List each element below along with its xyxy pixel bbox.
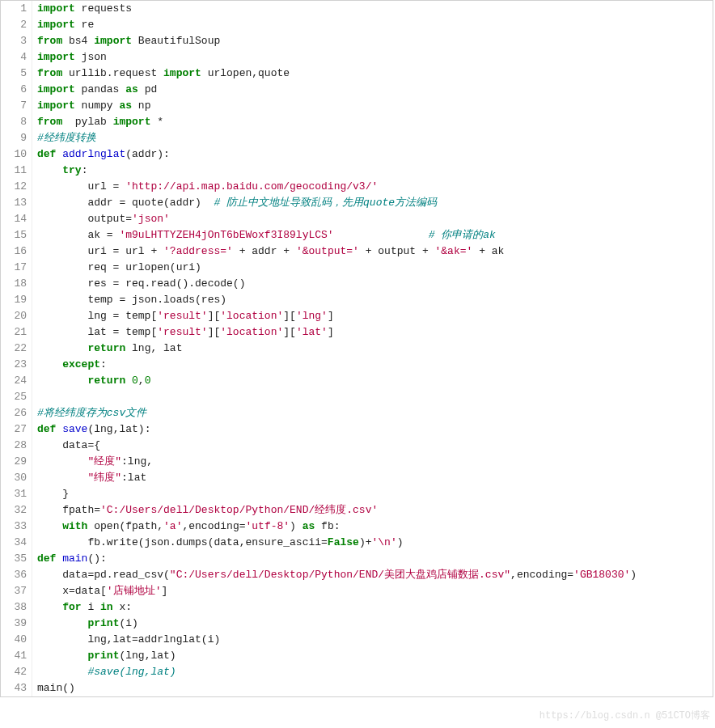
line-number: 22: [1, 341, 32, 357]
code-content: import json: [32, 49, 713, 66]
code-editor[interactable]: 1import requests 2import re 3from bs4 im…: [0, 0, 713, 697]
line-number: 7: [1, 98, 32, 114]
line-number: 5: [1, 66, 32, 82]
line-number: 43: [1, 680, 32, 696]
code-content: from bs4 import BeautifulSoup: [32, 33, 713, 49]
code-content: lat = temp['result']['location']['lat']: [32, 324, 713, 341]
console-output: 昌平区天通苑西二区南门底商 116.41551896932032 40.0775…: [0, 697, 715, 728]
code-line: 28 data={: [1, 438, 713, 454]
code-line: 40 lng,lat=addrlnglat(i): [1, 632, 713, 648]
code-line: 11 try:: [1, 163, 713, 179]
code-content: main(): [32, 680, 713, 696]
line-number: 1: [1, 1, 32, 17]
code-line: 43main(): [1, 680, 713, 696]
code-line: 2import re: [1, 17, 713, 33]
line-number: 24: [1, 373, 32, 389]
code-line: 8from pylab import *: [1, 114, 713, 130]
line-number: 42: [1, 664, 32, 680]
code-content: x=data['店铺地址']: [32, 583, 713, 599]
line-number: 19: [1, 292, 32, 308]
line-number: 31: [1, 486, 32, 502]
code-line: 39 print(i): [1, 616, 713, 632]
code-content: print(i): [32, 616, 713, 632]
code-content: import pandas as pd: [32, 82, 713, 98]
code-content: fpath='C:/Users/dell/Desktop/Python/END/…: [32, 502, 713, 518]
code-content: uri = url + '?address=' + addr + '&outpu…: [32, 243, 713, 260]
code-line: 38 for i in x:: [1, 599, 713, 616]
line-number: 21: [1, 324, 32, 341]
line-number: 15: [1, 227, 32, 243]
code-content: #save(lng,lat): [32, 664, 713, 680]
code-content: addr = quote(addr) # 防止中文地址导致乱码，先用quote方…: [32, 195, 713, 211]
code-line: 13 addr = quote(addr) # 防止中文地址导致乱码，先用quo…: [1, 195, 713, 211]
code-content: lng,lat=addrlnglat(i): [32, 632, 713, 648]
code-line: 36 data=pd.read_csv("C:/Users/dell/Deskt…: [1, 567, 713, 583]
code-content: import numpy as np: [32, 98, 713, 114]
line-number: 36: [1, 567, 32, 583]
code-line: 16 uri = url + '?address=' + addr + '&ou…: [1, 243, 713, 260]
line-number: 16: [1, 243, 32, 260]
code-content: url = 'http://api.map.baidu.com/geocodin…: [32, 179, 713, 195]
code-line: 31 }: [1, 486, 713, 502]
line-number: 13: [1, 195, 32, 211]
code-line: 35def main():: [1, 551, 713, 567]
line-number: 27: [1, 421, 32, 438]
code-content: with open(fpath,'a',encoding='utf-8') as…: [32, 518, 713, 535]
code-line: 30 "纬度":lat: [1, 470, 713, 486]
code-content: lng = temp['result']['location']['lng']: [32, 308, 713, 324]
code-content: "纬度":lat: [32, 470, 713, 486]
code-content: #将经纬度存为csv文件: [32, 405, 713, 421]
code-content: data={: [32, 438, 713, 454]
code-line: 41 print(lng,lat): [1, 648, 713, 664]
code-content: import re: [32, 17, 713, 33]
code-content: fb.write(json.dumps(data,ensure_ascii=Fa…: [32, 535, 713, 551]
code-content: except:: [32, 357, 713, 373]
line-number: 35: [1, 551, 32, 567]
code-line: 25: [1, 389, 713, 405]
code-content: print(lng,lat): [32, 648, 713, 664]
code-line: 23 except:: [1, 357, 713, 373]
line-number: 6: [1, 82, 32, 98]
line-number: 23: [1, 357, 32, 373]
code-line: 4import json: [1, 49, 713, 66]
line-number: 29: [1, 454, 32, 470]
line-number: 12: [1, 179, 32, 195]
code-line: 27def save(lng,lat):: [1, 421, 713, 438]
line-number: 30: [1, 470, 32, 486]
code-line: 21 lat = temp['result']['location']['lat…: [1, 324, 713, 341]
line-number: 38: [1, 599, 32, 616]
code-content: output='json': [32, 211, 713, 227]
line-number: 33: [1, 518, 32, 535]
line-number: 10: [1, 146, 32, 163]
line-number: 9: [1, 130, 32, 146]
code-line: 18 res = req.read().decode(): [1, 276, 713, 292]
code-line: 5from urllib.request import urlopen,quot…: [1, 66, 713, 82]
line-number: 8: [1, 114, 32, 130]
code-content: def main():: [32, 551, 713, 567]
line-number: 20: [1, 308, 32, 324]
line-number: 28: [1, 438, 32, 454]
code-line: 32 fpath='C:/Users/dell/Desktop/Python/E…: [1, 502, 713, 518]
code-line: 29 "经度":lng,: [1, 454, 713, 470]
code-line: 9#经纬度转换: [1, 130, 713, 146]
code-line: 24 return 0,0: [1, 373, 713, 389]
code-content: try:: [32, 163, 713, 179]
line-number: 39: [1, 616, 32, 632]
code-content: }: [32, 486, 713, 502]
code-content: #经纬度转换: [32, 130, 713, 146]
code-line: 15 ak = 'm9uLHTTYZEH4jOnT6bEWoxf3I89lyLC…: [1, 227, 713, 243]
code-line: 33 with open(fpath,'a',encoding='utf-8')…: [1, 518, 713, 535]
code-content: req = urlopen(uri): [32, 260, 713, 276]
code-line: 17 req = urlopen(uri): [1, 260, 713, 276]
code-line: 19 temp = json.loads(res): [1, 292, 713, 308]
code-line: 22 return lng, lat: [1, 341, 713, 357]
code-line: 26#将经纬度存为csv文件: [1, 405, 713, 421]
code-content: return lng, lat: [32, 341, 713, 357]
code-line: 20 lng = temp['result']['location']['lng…: [1, 308, 713, 324]
code-content: def save(lng,lat):: [32, 421, 713, 438]
code-content: import requests: [32, 1, 713, 17]
line-number: 17: [1, 260, 32, 276]
code-line: 42 #save(lng,lat): [1, 664, 713, 680]
line-number: 3: [1, 33, 32, 49]
code-line: 12 url = 'http://api.map.baidu.com/geoco…: [1, 179, 713, 195]
